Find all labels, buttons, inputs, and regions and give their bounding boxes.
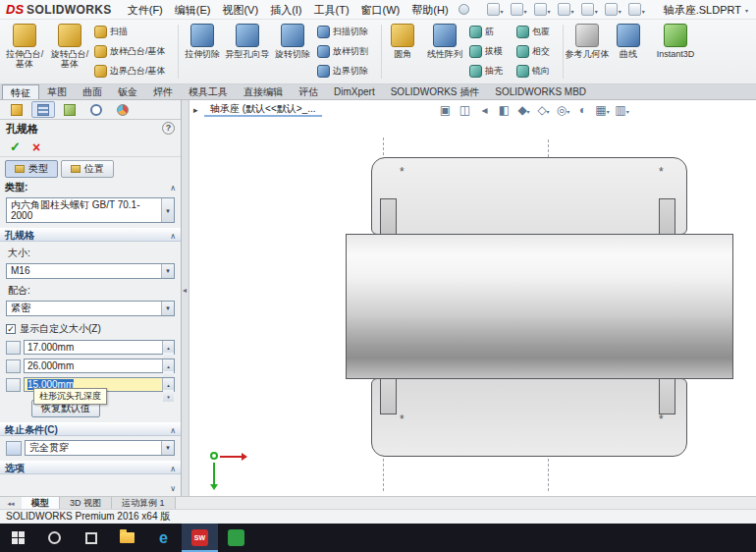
tab-solidworks-addins[interactable]: SOLIDWORKS 插件 [383, 84, 488, 99]
tab-sketch[interactable]: 草图 [39, 84, 75, 99]
menu-view[interactable]: 视图(V) [216, 0, 264, 20]
menu-insert[interactable]: 插入(I) [264, 0, 307, 20]
edit-appearance-icon[interactable] [574, 102, 591, 118]
start-button[interactable] [0, 524, 36, 552]
options-group-header[interactable]: 选项 [0, 461, 181, 474]
hole-spec-group-header[interactable]: 孔规格 [0, 228, 181, 242]
tab-sheet-metal[interactable]: 钣金 [110, 84, 145, 99]
tab-dimxpert[interactable]: DimXpert [326, 84, 383, 99]
loft-button[interactable]: 放样凸台/基体 [92, 42, 177, 61]
tab-model[interactable]: 模型 [22, 497, 60, 509]
sketch-point-marker[interactable]: * [659, 165, 664, 179]
stepper-up-icon[interactable] [163, 341, 174, 353]
lofted-cut-button[interactable]: 放样切割 [315, 42, 380, 61]
tab-direct-editing[interactable]: 直接编辑 [236, 84, 291, 99]
tab-mold-tools[interactable]: 模具工具 [181, 84, 236, 99]
instant3d-button[interactable]: Instant3D [647, 21, 704, 83]
through-hole-diameter-input[interactable]: 17.000mm [24, 340, 175, 355]
boundary-boss-button[interactable]: 边界凸台/基体 [92, 62, 177, 81]
model-notch[interactable] [380, 378, 397, 414]
open-button[interactable] [511, 3, 527, 16]
tab-weldments[interactable]: 焊件 [145, 84, 181, 99]
zoom-to-area-icon[interactable] [457, 102, 473, 118]
hole-standard-dropdown[interactable]: 内六角圆柱头螺钉 GB/T 70.1-2000 [6, 197, 175, 223]
intersect-button[interactable]: 相交 [514, 42, 562, 61]
chevron-down-icon[interactable] [745, 0, 748, 21]
show-custom-size-checkbox[interactable] [6, 324, 16, 334]
undo-button[interactable] [581, 3, 598, 16]
property-manager-tab[interactable] [31, 101, 55, 118]
collapse-panel-icon[interactable] [183, 283, 187, 295]
edge-button[interactable]: e [145, 524, 182, 552]
end-condition-group-header[interactable]: 终止条件(C) [0, 422, 181, 436]
extrude-boss-button[interactable]: 拉伸凸台/基体 [2, 21, 47, 83]
type-group-header[interactable]: 类型: [0, 181, 181, 194]
stepper-up-icon[interactable] [163, 359, 174, 371]
file-explorer-button[interactable] [109, 524, 145, 552]
new-document-button[interactable] [487, 3, 504, 16]
model-top-plate-face[interactable] [371, 157, 687, 235]
feature-manager-tab[interactable] [5, 101, 28, 118]
curves-button[interactable]: 曲线 [610, 21, 647, 83]
menu-window[interactable]: 窗口(W) [355, 0, 406, 20]
task-view-button[interactable] [73, 524, 109, 552]
sweep-button[interactable]: 扫描 [92, 23, 177, 41]
print-button[interactable] [558, 3, 574, 16]
menu-file[interactable]: 文件(F) [122, 0, 169, 20]
cancel-x-icon[interactable] [32, 139, 40, 155]
previous-view-icon[interactable] [476, 102, 493, 118]
model-notch[interactable] [659, 198, 675, 235]
green-app-button[interactable] [218, 524, 254, 552]
sketch-point-marker[interactable]: * [659, 413, 664, 426]
shell-button[interactable]: 抽壳 [467, 62, 514, 81]
tab-solidworks-mbd[interactable]: SOLIDWORKS MBD [487, 84, 594, 99]
collapse-chevron-icon[interactable] [170, 462, 176, 476]
sketch-point-marker[interactable]: * [400, 165, 405, 179]
graphics-viewport[interactable]: 轴承座 (默认<<默认>_... * * * * [189, 100, 756, 496]
revolved-cut-button[interactable]: 旋转切除 [270, 21, 315, 83]
extruded-cut-button[interactable]: 拉伸切除 [180, 21, 225, 83]
tab-evaluate[interactable]: 评估 [291, 84, 326, 99]
reference-geometry-button[interactable]: 参考几何体 [565, 21, 610, 83]
tab-type[interactable]: 类型 [5, 160, 58, 178]
cbore-diameter-input[interactable]: 26.000mm [24, 359, 175, 373]
configuration-manager-tab[interactable] [58, 101, 81, 118]
view-settings-icon[interactable] [614, 102, 630, 118]
solidworks-taskbar-button[interactable]: SW [182, 524, 218, 552]
collapse-chevron-icon[interactable] [170, 423, 176, 438]
fit-dropdown[interactable]: 紧密 [6, 301, 175, 316]
size-dropdown[interactable]: M16 [6, 263, 175, 279]
panel-scroll-down-icon[interactable] [170, 482, 176, 493]
pane-scroll-arrows-icon[interactable] [0, 497, 22, 509]
view-orientation-icon[interactable] [515, 102, 532, 118]
dimxpert-manager-tab[interactable] [84, 101, 108, 118]
model-notch[interactable] [659, 378, 675, 414]
rib-button[interactable]: 筋 [467, 23, 514, 41]
boundary-cut-button[interactable]: 边界切除 [315, 62, 380, 81]
zoom-to-fit-icon[interactable] [437, 102, 454, 118]
model-notch[interactable] [380, 198, 397, 235]
stepper-down-icon[interactable] [163, 390, 174, 402]
tab-surfaces[interactable]: 曲面 [75, 84, 110, 99]
menu-help[interactable]: 帮助(H) [405, 0, 454, 20]
section-view-icon[interactable] [496, 102, 513, 118]
panel-splitter[interactable] [182, 100, 189, 496]
document-tab[interactable]: 轴承座 (默认<<默认>_... [204, 100, 322, 117]
help-icon[interactable] [162, 122, 175, 135]
rebuild-button[interactable] [605, 3, 621, 16]
search-button[interactable] [36, 524, 73, 552]
apply-scene-icon[interactable] [594, 102, 611, 118]
swept-cut-button[interactable]: 扫描切除 [315, 23, 380, 41]
menu-edit[interactable]: 编辑(E) [169, 0, 217, 20]
model-cylinder-face[interactable] [346, 234, 733, 379]
sketch-point-marker[interactable]: * [400, 413, 405, 426]
fillet-button[interactable]: 圆角 [383, 21, 422, 83]
revolve-boss-button[interactable]: 旋转凸台/基体 [47, 21, 92, 83]
draft-button[interactable]: 拔模 [467, 42, 514, 61]
tab-features[interactable]: 特征 [2, 84, 39, 99]
pin-menu-icon[interactable] [459, 4, 469, 15]
save-button[interactable] [534, 3, 551, 16]
options-button[interactable] [628, 3, 645, 16]
tab-motion-study[interactable]: 运动算例 1 [112, 497, 176, 509]
collapse-chevron-icon[interactable] [170, 181, 176, 195]
